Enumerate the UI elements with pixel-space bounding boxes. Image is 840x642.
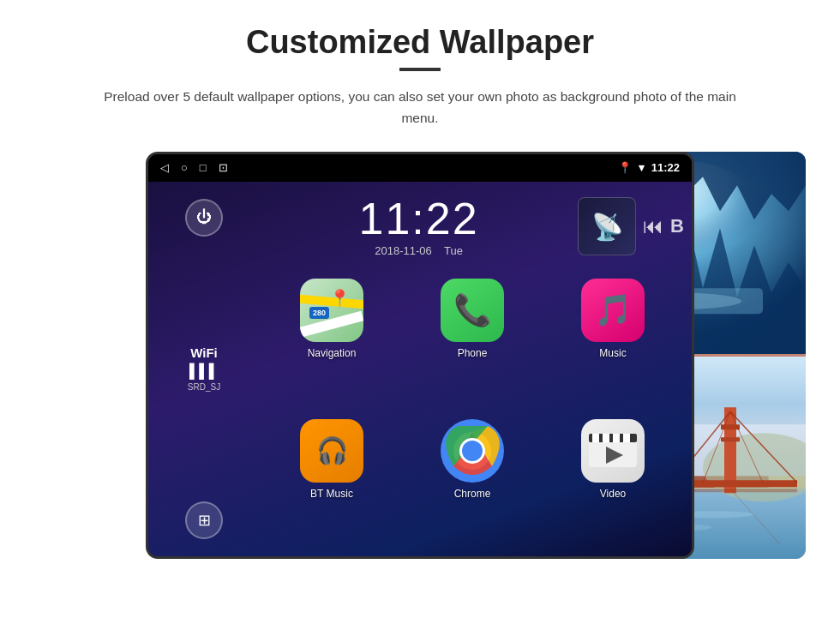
clock-time: 11:22 <box>268 196 569 241</box>
android-screen: ⏻ WiFi ▌▌▌ SRD_SJ ⊞ 11:22 <box>148 182 692 556</box>
clock-block: 11:22 2018-11-06 Tue <box>268 196 569 257</box>
android-main: 11:22 2018-11-06 Tue 📡 ⏮ <box>260 182 692 556</box>
media-title-icon: B <box>670 215 683 237</box>
video-label: Video <box>600 488 626 500</box>
page-container: Customized Wallpaper Preload over 5 defa… <box>0 0 840 642</box>
page-subtitle: Preload over 5 default wallpaper options… <box>94 87 746 129</box>
screenshot-icon[interactable]: ⊡ <box>219 161 228 174</box>
prev-track-button[interactable]: ⏮ <box>643 214 663 238</box>
app-item-navigation[interactable]: 📍 280 Navigation <box>267 279 397 409</box>
main-content: ◁ ○ □ ⊡ 📍 ▾ 11:22 ⏻ WiFi ▌▌ <box>34 152 806 559</box>
phone-label: Phone <box>458 347 488 359</box>
title-divider <box>399 68 441 71</box>
wifi-media-icon: 📡 <box>591 212 623 242</box>
home-icon[interactable]: ○ <box>181 161 188 174</box>
music-label: Music <box>599 347 626 359</box>
power-button[interactable]: ⏻ <box>185 199 223 237</box>
back-icon[interactable]: ◁ <box>160 161 169 174</box>
svg-rect-7 <box>603 434 609 442</box>
svg-rect-6 <box>592 434 599 442</box>
status-right: 📍 ▾ 11:22 <box>618 161 680 174</box>
wifi-bars-icon: ▌▌▌ <box>188 363 220 379</box>
svg-rect-8 <box>613 434 620 442</box>
svg-rect-9 <box>623 434 630 442</box>
status-left: ◁ ○ □ ⊡ <box>160 161 228 174</box>
wifi-block: WiFi ▌▌▌ SRD_SJ <box>188 345 220 392</box>
video-icon <box>581 419 645 483</box>
app-item-music[interactable]: 🎵 Music <box>548 279 678 409</box>
wifi-label: WiFi <box>188 345 220 360</box>
page-title: Customized Wallpaper <box>246 24 594 61</box>
bluetooth-icon: 🎧 <box>316 435 348 465</box>
music-icon: 🎵 <box>581 279 645 342</box>
btmusic-icon: 🎧 <box>300 419 363 483</box>
wifi-name: SRD_SJ <box>188 382 220 392</box>
media-controls: 📡 ⏮ B <box>578 197 683 255</box>
svg-point-3 <box>462 441 483 461</box>
app-item-chrome[interactable]: Chrome <box>407 419 537 549</box>
chrome-icon <box>441 419 504 483</box>
svg-rect-30 <box>721 437 740 441</box>
navigation-icon: 📍 280 <box>300 279 363 342</box>
status-time: 11:22 <box>651 161 680 174</box>
location-icon: 📍 <box>618 161 632 174</box>
app-item-video[interactable]: Video <box>548 419 678 549</box>
status-bar: ◁ ○ □ ⊡ 📍 ▾ 11:22 <box>148 154 692 182</box>
app-grid: 📍 280 Navigation 📞 Phone <box>260 272 692 556</box>
clock-date: 2018-11-06 Tue <box>268 244 569 257</box>
chrome-label: Chrome <box>454 488 491 500</box>
app-item-phone[interactable]: 📞 Phone <box>407 279 537 409</box>
android-sidebar: ⏻ WiFi ▌▌▌ SRD_SJ ⊞ <box>148 182 260 556</box>
wifi-status-icon: ▾ <box>639 161 645 174</box>
recents-icon[interactable]: □ <box>200 161 207 174</box>
phone-icon: 📞 <box>441 279 504 342</box>
apps-button[interactable]: ⊞ <box>185 501 223 539</box>
media-widget: 📡 <box>578 197 636 255</box>
navigation-label: Navigation <box>308 347 357 359</box>
android-top: 11:22 2018-11-06 Tue 📡 ⏮ <box>260 182 692 272</box>
device-frame: ◁ ○ □ ⊡ 📍 ▾ 11:22 ⏻ WiFi ▌▌ <box>146 152 694 559</box>
btmusic-label: BT Music <box>310 488 353 500</box>
app-item-btmusic[interactable]: 🎧 BT Music <box>267 419 397 549</box>
